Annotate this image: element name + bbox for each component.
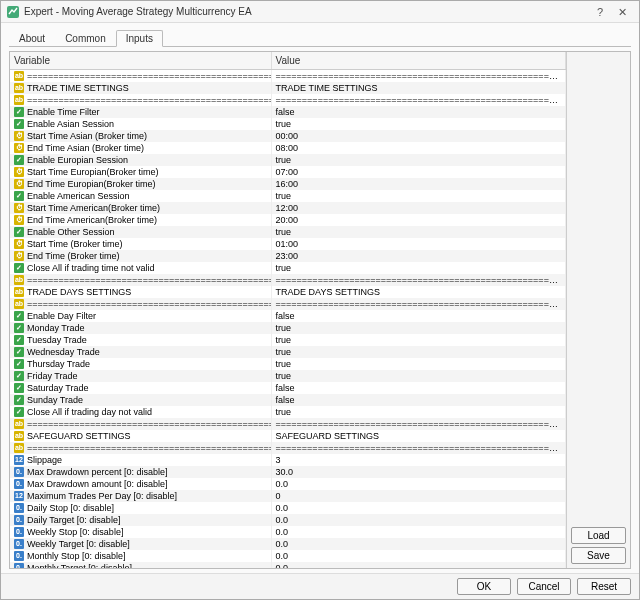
table-row[interactable]: 0.Monthly Stop [0: disable]0.0 xyxy=(10,550,566,562)
value-cell[interactable]: true xyxy=(271,358,565,370)
table-row[interactable]: ⏱Start Time Asian (Broker time)00:00 xyxy=(10,130,566,142)
variable-cell[interactable]: 12Maximum Trades Per Day [0: disable] xyxy=(10,490,271,502)
table-row[interactable]: ⏱Start Time American(Broker time)12:00 xyxy=(10,202,566,214)
variable-cell[interactable]: ✓Saturday Trade xyxy=(10,382,271,394)
variable-cell[interactable]: 0.Monthly Stop [0: disable] xyxy=(10,550,271,562)
table-row[interactable]: ✓Enable Europian Sessiontrue xyxy=(10,154,566,166)
table-row[interactable]: abTRADE DAYS SETTINGSTRADE DAYS SETTINGS xyxy=(10,286,566,298)
variable-cell[interactable]: ab======================================… xyxy=(10,442,271,454)
table-row[interactable]: ⏱End Time (Broker time)23:00 xyxy=(10,250,566,262)
variable-cell[interactable]: ⏱Start Time (Broker time) xyxy=(10,238,271,250)
variable-cell[interactable]: 0.Max Drawdown percent [0: disable] xyxy=(10,466,271,478)
value-cell[interactable]: ========================================… xyxy=(271,442,565,454)
variable-cell[interactable]: ⏱End Time (Broker time) xyxy=(10,250,271,262)
variable-cell[interactable]: ab======================================… xyxy=(10,274,271,286)
variable-cell[interactable]: ✓Close All if trading time not valid xyxy=(10,262,271,274)
value-cell[interactable]: true xyxy=(271,370,565,382)
variable-cell[interactable]: ✓Thursday Trade xyxy=(10,358,271,370)
table-row[interactable]: 0.Daily Stop [0: disable]0.0 xyxy=(10,502,566,514)
value-cell[interactable]: 16:00 xyxy=(271,178,565,190)
value-cell[interactable]: SAFEGUARD SETTINGS xyxy=(271,430,565,442)
value-cell[interactable]: true xyxy=(271,226,565,238)
variable-cell[interactable]: 0.Weekly Stop [0: disable] xyxy=(10,526,271,538)
value-cell[interactable]: true xyxy=(271,262,565,274)
variable-cell[interactable]: ✓Tuesday Trade xyxy=(10,334,271,346)
table-row[interactable]: ab======================================… xyxy=(10,418,566,430)
table-row[interactable]: ✓Sunday Tradefalse xyxy=(10,394,566,406)
variable-cell[interactable]: 0.Max Drawdown amount [0: disable] xyxy=(10,478,271,490)
value-cell[interactable]: false xyxy=(271,310,565,322)
value-cell[interactable]: ========================================… xyxy=(271,70,565,83)
value-cell[interactable]: true xyxy=(271,154,565,166)
table-row[interactable]: ✓Enable Asian Sessiontrue xyxy=(10,118,566,130)
value-cell[interactable]: 00:00 xyxy=(271,130,565,142)
variable-cell[interactable]: ✓Close All if trading day not valid xyxy=(10,406,271,418)
reset-button[interactable]: Reset xyxy=(577,578,631,595)
value-cell[interactable]: TRADE TIME SETTINGS xyxy=(271,82,565,94)
tab-inputs[interactable]: Inputs xyxy=(116,30,163,47)
value-cell[interactable]: true xyxy=(271,322,565,334)
variable-cell[interactable]: 12Slippage xyxy=(10,454,271,466)
variable-cell[interactable]: ab======================================… xyxy=(10,94,271,106)
variable-cell[interactable]: ⏱End Time Europian(Broker time) xyxy=(10,178,271,190)
table-row[interactable]: 0.Max Drawdown amount [0: disable]0.0 xyxy=(10,478,566,490)
value-cell[interactable]: 23:00 xyxy=(271,250,565,262)
table-row[interactable]: 12Slippage3 xyxy=(10,454,566,466)
table-row[interactable]: ✓Enable American Sessiontrue xyxy=(10,190,566,202)
value-cell[interactable]: TRADE DAYS SETTINGS xyxy=(271,286,565,298)
variable-cell[interactable]: ✓Enable American Session xyxy=(10,190,271,202)
value-cell[interactable]: true xyxy=(271,346,565,358)
table-row[interactable]: ✓Saturday Tradefalse xyxy=(10,382,566,394)
value-cell[interactable]: 0.0 xyxy=(271,502,565,514)
value-cell[interactable]: false xyxy=(271,106,565,118)
table-row[interactable]: abTRADE TIME SETTINGSTRADE TIME SETTINGS xyxy=(10,82,566,94)
table-row[interactable]: ✓Close All if trading day not validtrue xyxy=(10,406,566,418)
value-cell[interactable]: 30.0 xyxy=(271,466,565,478)
variable-cell[interactable]: ⏱Start Time Europian(Broker time) xyxy=(10,166,271,178)
table-row[interactable]: 0.Max Drawdown percent [0: disable]30.0 xyxy=(10,466,566,478)
value-cell[interactable]: 0.0 xyxy=(271,526,565,538)
table-row[interactable]: ⏱End Time Europian(Broker time)16:00 xyxy=(10,178,566,190)
value-cell[interactable]: 0.0 xyxy=(271,562,565,568)
variable-cell[interactable]: ab======================================… xyxy=(10,418,271,430)
variable-cell[interactable]: ✓Enable Day Filter xyxy=(10,310,271,322)
col-variable[interactable]: Variable xyxy=(10,52,271,70)
variable-cell[interactable]: ✓Enable Other Session xyxy=(10,226,271,238)
variable-cell[interactable]: ✓Enable Asian Session xyxy=(10,118,271,130)
variable-cell[interactable]: ⏱End Time Asian (Broker time) xyxy=(10,142,271,154)
table-row[interactable]: ✓Friday Tradetrue xyxy=(10,370,566,382)
variable-cell[interactable]: ✓Friday Trade xyxy=(10,370,271,382)
table-row[interactable]: ✓Close All if trading time not validtrue xyxy=(10,262,566,274)
value-cell[interactable]: ========================================… xyxy=(271,298,565,310)
table-row[interactable]: 0.Weekly Target [0: disable]0.0 xyxy=(10,538,566,550)
grid-scroll[interactable]: Variable Value ab=======================… xyxy=(10,52,566,568)
cancel-button[interactable]: Cancel xyxy=(517,578,571,595)
value-cell[interactable]: 0.0 xyxy=(271,550,565,562)
value-cell[interactable]: 0.0 xyxy=(271,478,565,490)
variable-cell[interactable]: abTRADE DAYS SETTINGS xyxy=(10,286,271,298)
value-cell[interactable]: 3 xyxy=(271,454,565,466)
variable-cell[interactable]: ab======================================… xyxy=(10,298,271,310)
value-cell[interactable]: 08:00 xyxy=(271,142,565,154)
variable-cell[interactable]: 0.Daily Stop [0: disable] xyxy=(10,502,271,514)
table-row[interactable]: ⏱Start Time (Broker time)01:00 xyxy=(10,238,566,250)
table-row[interactable]: ab======================================… xyxy=(10,442,566,454)
value-cell[interactable]: true xyxy=(271,118,565,130)
table-row[interactable]: 0.Daily Target [0: disable]0.0 xyxy=(10,514,566,526)
variable-cell[interactable]: ✓Wednesday Trade xyxy=(10,346,271,358)
value-cell[interactable]: true xyxy=(271,334,565,346)
variable-cell[interactable]: abSAFEGUARD SETTINGS xyxy=(10,430,271,442)
table-row[interactable]: ab======================================… xyxy=(10,298,566,310)
table-row[interactable]: ✓Tuesday Tradetrue xyxy=(10,334,566,346)
value-cell[interactable]: 0 xyxy=(271,490,565,502)
close-button[interactable]: ✕ xyxy=(611,1,633,23)
variable-cell[interactable]: ⏱Start Time Asian (Broker time) xyxy=(10,130,271,142)
table-row[interactable]: ✓Thursday Tradetrue xyxy=(10,358,566,370)
table-row[interactable]: 12Maximum Trades Per Day [0: disable]0 xyxy=(10,490,566,502)
table-row[interactable]: ✓Monday Tradetrue xyxy=(10,322,566,334)
variable-cell[interactable]: 0.Daily Target [0: disable] xyxy=(10,514,271,526)
value-cell[interactable]: 07:00 xyxy=(271,166,565,178)
table-row[interactable]: ab======================================… xyxy=(10,70,566,83)
variable-cell[interactable]: abTRADE TIME SETTINGS xyxy=(10,82,271,94)
value-cell[interactable]: false xyxy=(271,382,565,394)
